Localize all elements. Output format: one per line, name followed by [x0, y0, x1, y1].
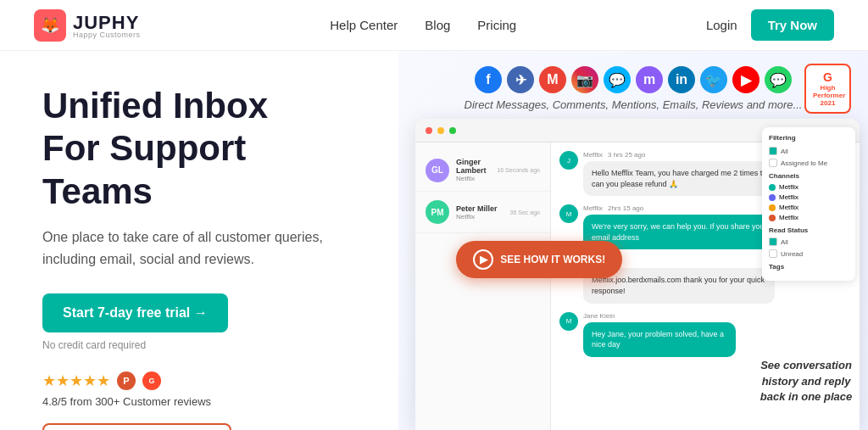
conversation-note: See conversation history and reply back … [751, 358, 861, 405]
chat-avatar-2: M [559, 204, 578, 223]
chat-bubble-4: Hey Jane, your problem solved, have a ni… [583, 322, 736, 357]
logo-icon: 🦊 [34, 9, 66, 42]
nav-help-center[interactable]: Help Center [330, 18, 398, 32]
maximize-dot [449, 127, 456, 134]
channel-2: Metflix [779, 193, 798, 201]
filter-assigned-check[interactable] [769, 159, 777, 167]
producthunt-badge[interactable]: FEATURED ON Product Hunt 487 [42, 423, 231, 430]
read-all-label: All [781, 238, 788, 246]
try-now-button[interactable]: Try Now [751, 9, 834, 41]
inbox-list: GL Ginger Lambert Netflix 16 Seconds ago… [415, 142, 551, 430]
inbox-preview-1: Netflix [456, 175, 490, 182]
twitter-icon: 💬 [604, 66, 631, 93]
inbox-preview-2: Netflix [456, 213, 504, 221]
facebook-icon: f [475, 66, 502, 93]
filter-read-all-check[interactable] [769, 237, 777, 246]
right-panel: f ✈ M 📷 💬 m in 🐦 ▶ 💬 Direct Messages, Co… [398, 51, 868, 430]
trial-button[interactable]: Start 7-day free trial → [42, 293, 228, 332]
chat-msg-4: M Jane Klein Hey Jane, your problem solv… [559, 312, 851, 357]
producthunt-badge-small: P [117, 371, 136, 390]
chat-avatar-1: J [559, 151, 578, 170]
avatar-2: PM [426, 200, 449, 224]
unread-label: Unread [781, 250, 803, 258]
login-button[interactable]: Login [706, 18, 737, 32]
read-status-title: Read Status [769, 226, 849, 234]
nav-blog[interactable]: Blog [425, 18, 450, 32]
rating-row: ★★★★★ P G [42, 371, 364, 390]
filter-unread-check[interactable] [769, 249, 777, 258]
twitter2-icon: 🐦 [700, 66, 727, 93]
channel-3: Metflix [779, 204, 798, 211]
no-credit-card: No credit card required [42, 339, 364, 351]
tags-title: Tags [769, 263, 849, 271]
linkedin-icon: in [668, 66, 695, 93]
stars: ★★★★★ [42, 371, 110, 390]
g2-badge-small: G [142, 371, 161, 390]
nav-actions: Login Try Now [706, 9, 834, 41]
nav-links: Help Center Blog Pricing [330, 18, 516, 32]
facebook2-icon: m [636, 66, 663, 93]
channel-dot-2 [769, 194, 776, 201]
youtube-icon: ▶ [732, 66, 760, 93]
messenger-icon: ✈ [507, 66, 534, 93]
whatsapp-icon: 💬 [765, 66, 792, 93]
minimize-dot [437, 127, 444, 134]
inbox-item-2[interactable]: PM Peter Miller Netflix 36 Sec ago [415, 192, 550, 233]
channels-title: Channels [769, 172, 849, 180]
high-performer-badge: G High Performer 2021 [804, 64, 851, 114]
hero-title: Unified Inbox For Support Teams [42, 85, 364, 213]
inbox-name-1: Ginger Lambert [456, 158, 490, 175]
instagram-icon: 📷 [571, 66, 598, 93]
main-content: Unified Inbox For Support Teams One plac… [0, 51, 868, 430]
channel-1: Metflix [779, 183, 798, 191]
hp-label: High Performer [813, 84, 843, 99]
inbox-item-1[interactable]: GL Ginger Lambert Netflix 16 Seconds ago [415, 149, 550, 192]
filter-panel: Filtering All Assigned to Me Channels Me… [762, 127, 855, 281]
navbar: 🦊 JUPHY Happy Customers Help Center Blog… [0, 0, 868, 51]
channel-dot-1 [769, 184, 776, 191]
filter-all-label: All [781, 148, 788, 155]
msg-info-1: Ginger Lambert Netflix [456, 158, 490, 182]
inbox-name-2: Peter Miller [456, 204, 504, 213]
channel-4: Metflix [779, 214, 798, 221]
inbox-time-1: 16 Seconds ago [497, 167, 540, 173]
filter-assigned-label: Assigned to Me [781, 159, 827, 167]
channel-dot-4 [769, 215, 776, 221]
see-how-label: SEE HOW IT WORKS! [500, 254, 605, 265]
inbox-time-2: 36 Sec ago [510, 209, 540, 215]
filter-title: Filtering [769, 134, 849, 142]
social-proof: ★★★★★ P G 4.8/5 from 300+ Customer revie… [42, 371, 364, 430]
filter-all-check[interactable] [769, 147, 777, 155]
logo[interactable]: 🦊 JUPHY Happy Customers [34, 9, 141, 42]
see-how-button[interactable]: ▶ SEE HOW IT WORKS! [456, 241, 622, 278]
chat-sender-4: Jane Klein [583, 312, 615, 320]
msg-info-2: Peter Miller Netflix [456, 204, 504, 221]
logo-text-block: JUPHY Happy Customers [73, 12, 141, 39]
nav-pricing[interactable]: Pricing [477, 18, 516, 32]
channel-dot-3 [769, 204, 776, 211]
logo-sub: Happy Customers [73, 31, 141, 39]
hero-subtitle: One place to take care of all customer q… [42, 226, 364, 270]
rating-text: 4.8/5 from 300+ Customer reviews [42, 395, 364, 408]
play-icon: ▶ [473, 249, 493, 270]
close-dot [426, 127, 432, 134]
social-icons-row: f ✈ M 📷 💬 m in 🐦 ▶ 💬 [475, 66, 792, 93]
hp-year: 2021 [813, 99, 843, 107]
chat-time-1: 3 hrs 25 ago [608, 151, 645, 159]
hero-section: Unified Inbox For Support Teams One plac… [0, 51, 398, 430]
social-tagline: Direct Messages, Comments, Mentions, Ema… [465, 98, 803, 111]
avatar-1: GL [426, 159, 449, 182]
gmail-icon: M [539, 66, 566, 93]
chat-sender-1: Mefflix [583, 151, 603, 159]
chat-time-2: 2hrs 15 ago [608, 204, 643, 212]
chat-avatar-4: M [559, 312, 578, 331]
chat-sender-2: Mefflix [583, 204, 603, 212]
hero-content: Unified Inbox For Support Teams One plac… [42, 85, 364, 371]
